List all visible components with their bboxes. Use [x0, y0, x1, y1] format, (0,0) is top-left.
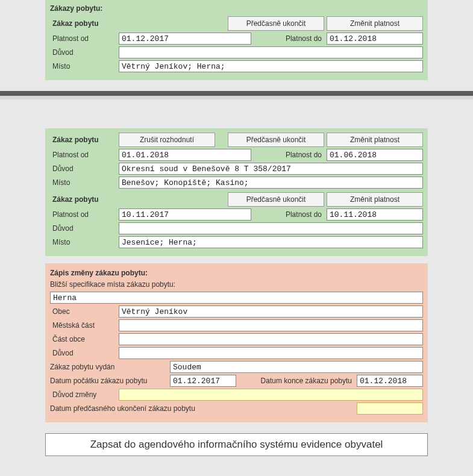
change-validity-button-3[interactable]: Změnit platnost — [327, 192, 423, 207]
lbl-misto-2: Místo — [50, 178, 116, 187]
input-platnost-od-2[interactable] — [119, 149, 251, 161]
pink-castobce-row: Část obce — [50, 333, 423, 345]
input-datum-predcasneho[interactable] — [357, 402, 423, 415]
lbl-misto: Místo — [50, 62, 116, 70]
gap — [0, 110, 473, 128]
lbl-pink-duvod: Důvod — [50, 349, 116, 357]
pink-mestska-row: Městská část — [50, 319, 423, 331]
early-end-button-3[interactable]: Předčasně ukončit — [228, 192, 324, 207]
pink-change-reason-row: Důvod změny — [50, 389, 423, 401]
lbl-platnost-do: Platnost do — [286, 34, 324, 43]
p2-item1-dates-row: Platnost od Platnost do — [50, 149, 423, 161]
divider-bar — [0, 91, 473, 99]
p2-item1-place-row: Místo — [50, 177, 423, 189]
pink-subtitle: Bližší specifikace místa zákazu pobytu: — [50, 279, 423, 290]
item1-place-row: Místo — [50, 60, 423, 72]
item1-heading: Zákaz pobytu — [50, 17, 116, 30]
input-obec[interactable] — [119, 305, 423, 318]
input-cast-obce[interactable] — [119, 333, 423, 345]
lbl-platnost-do-3: Platnost do — [286, 210, 324, 219]
input-duvod[interactable] — [119, 46, 423, 58]
pink-obec-row: Obec — [50, 305, 423, 318]
lbl-platnost-od: Platnost od — [50, 34, 116, 43]
lbl-duvod-2: Důvod — [50, 164, 116, 173]
panel-zakazy-2: Zákaz pobytu Zrušit rozhodnutí Předčasně… — [45, 128, 428, 256]
early-end-button-2[interactable]: Předčasně ukončit — [228, 133, 324, 147]
lbl-duvod-3: Důvod — [50, 224, 116, 233]
item1-dates-row: Platnost od Platnost do — [50, 33, 423, 45]
input-duvod-3[interactable] — [119, 222, 423, 234]
input-pink-duvod[interactable] — [119, 347, 423, 359]
early-end-button[interactable]: Předčasně ukončit — [228, 16, 324, 31]
panel-zakazy-1: Zákazy pobytu: Zákaz pobytu Předčasně uk… — [45, 0, 428, 80]
p2-item2-reason-row: Důvod — [50, 222, 423, 234]
lbl-vydan: Zákaz pobytu vydán — [50, 363, 168, 371]
p2-item2-heading-row: Zákaz pobytu Předčasně ukončit Změnit pl… — [50, 192, 423, 207]
input-datum-konce[interactable] — [357, 375, 423, 387]
item1-reason-row: Důvod — [50, 46, 423, 58]
input-misto-2[interactable] — [119, 177, 423, 189]
pink-spec-row — [50, 292, 423, 304]
input-platnost-do-3[interactable] — [327, 208, 423, 221]
item1-heading-row: Zákaz pobytu Předčasně ukončit Změnit pl… — [50, 16, 423, 31]
change-validity-button-2[interactable]: Změnit platnost — [327, 133, 423, 147]
input-platnost-od-3[interactable] — [119, 208, 251, 221]
input-misto[interactable] — [119, 60, 423, 72]
input-specifikace[interactable] — [50, 292, 423, 304]
input-vydan[interactable] — [170, 361, 423, 373]
p2-item1-heading: Zákaz pobytu — [50, 134, 116, 146]
p2-item2-heading: Zákaz pobytu — [50, 193, 116, 205]
p2-item2-dates-row: Platnost od Platnost do — [50, 208, 423, 221]
input-duvod-2[interactable] — [119, 163, 423, 175]
input-misto-3[interactable] — [119, 236, 423, 248]
lbl-datum-pocatku: Datum počátku zákazu pobytu — [50, 377, 168, 385]
input-duvod-zmeny[interactable] — [119, 389, 423, 401]
input-platnost-do-2[interactable] — [327, 149, 423, 161]
input-mestska-cast[interactable] — [119, 319, 423, 331]
lbl-obec: Obec — [50, 307, 116, 316]
panel1-title: Zákazy pobytu: — [50, 2, 423, 14]
lbl-platnost-do-2: Platnost do — [286, 151, 324, 159]
p2-item1-reason-row: Důvod — [50, 163, 423, 175]
panel-zapis-zmeny: Zápis změny zákazu pobytu: Bližší specif… — [45, 263, 428, 422]
lbl-cast-obce: Část obce — [50, 335, 116, 343]
pink-dates-row: Datum počátku zákazu pobytu Datum konce … — [50, 375, 423, 387]
pink-title: Zápis změny zákazu pobytu: — [50, 267, 423, 279]
lbl-duvod: Důvod — [50, 48, 116, 57]
pink-early-end-row: Datum předčasného ukončení zákazu pobytu — [50, 402, 423, 415]
lbl-misto-3: Místo — [50, 238, 116, 246]
lbl-platnost-od-2: Platnost od — [50, 151, 116, 159]
pink-vydan-row: Zákaz pobytu vydán — [50, 361, 423, 373]
input-datum-pocatku[interactable] — [170, 375, 236, 387]
lbl-platnost-od-3: Platnost od — [50, 210, 116, 219]
p2-item1-heading-row: Zákaz pobytu Zrušit rozhodnutí Předčasně… — [50, 133, 423, 147]
submit-button[interactable]: Zapsat do agendového informačního systém… — [45, 433, 428, 456]
cancel-decision-button[interactable]: Zrušit rozhodnutí — [119, 133, 215, 147]
input-platnost-od[interactable] — [119, 33, 251, 45]
lbl-duvod-zmeny: Důvod změny — [50, 390, 116, 399]
lbl-datum-konce: Datum konce zákazu pobytu — [261, 377, 354, 385]
lbl-datum-predcasneho: Datum předčasného ukončení zákazu pobytu — [50, 404, 354, 413]
pink-duvod-row: Důvod — [50, 347, 423, 359]
submit-wrap: Zapsat do agendového informačního systém… — [45, 433, 428, 456]
change-validity-button[interactable]: Změnit platnost — [327, 16, 423, 31]
lbl-mestska-cast: Městská část — [50, 321, 116, 330]
p2-item2-place-row: Místo — [50, 236, 423, 248]
input-platnost-do[interactable] — [327, 33, 423, 45]
